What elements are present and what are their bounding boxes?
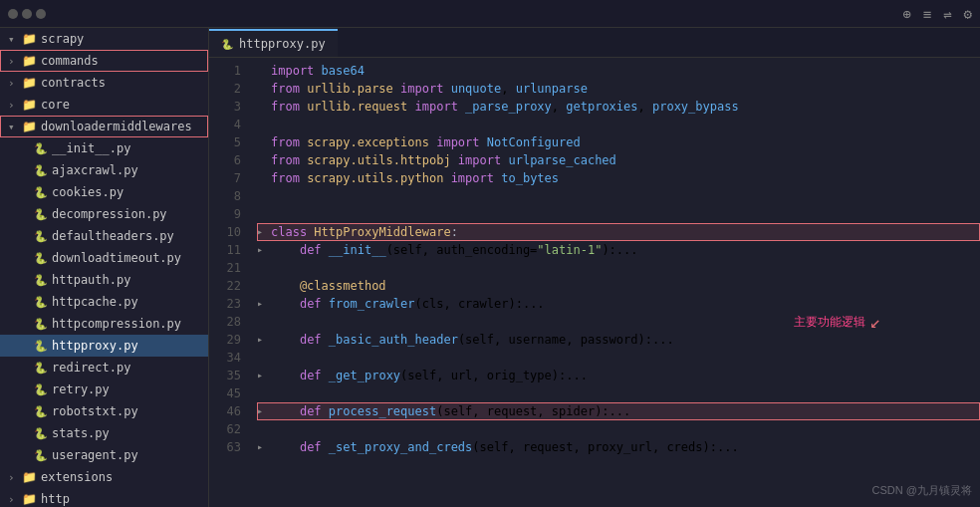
py-file-icon-httpproxy: 🐍 bbox=[34, 340, 48, 353]
sidebar-item-core[interactable]: ›📁core bbox=[0, 94, 208, 116]
code-line-34 bbox=[257, 349, 980, 367]
code-editor: 12345678910112122232829343545466263 主要功能… bbox=[209, 58, 980, 507]
window-btn-3[interactable] bbox=[36, 9, 46, 19]
fold-arrow-35[interactable]: ▸ bbox=[257, 367, 271, 384]
code-text-21 bbox=[271, 259, 278, 277]
sidebar-item-httpcache[interactable]: 🐍httpcache.py bbox=[0, 291, 208, 313]
code-text-29: def _basic_auth_header(self, username, p… bbox=[271, 331, 674, 349]
fold-arrow-46[interactable]: ▸ bbox=[257, 402, 271, 420]
sidebar-item-redirect[interactable]: 🐍redirect.py bbox=[0, 357, 208, 379]
code-text-8 bbox=[271, 187, 278, 205]
py-file-icon-useragent: 🐍 bbox=[34, 449, 48, 462]
main-layout: ▾📁scrapy›📁commands›📁contracts›📁core▾📁dow… bbox=[0, 28, 980, 507]
file-tree: ▾📁scrapy›📁commands›📁contracts›📁core▾📁dow… bbox=[0, 28, 209, 507]
sidebar-item-decompression[interactable]: 🐍decompression.py bbox=[0, 203, 208, 225]
py-file-icon-httpcache: 🐍 bbox=[34, 296, 48, 309]
sidebar-item-downloadtimeout[interactable]: 🐍downloadtimeout.py bbox=[0, 247, 208, 269]
code-line-5: from scrapy.exceptions import NotConfigu… bbox=[257, 133, 980, 151]
code-line-10: ▸class HttpProxyMiddleware: bbox=[257, 223, 980, 241]
tree-label-retry: retry.py bbox=[52, 382, 110, 396]
tree-label-robotstxt: robotstxt.py bbox=[52, 404, 138, 418]
code-line-29: ▸ def _basic_auth_header(self, username,… bbox=[257, 331, 980, 349]
active-tab[interactable]: 🐍 httpproxy.py bbox=[209, 29, 338, 57]
split-icon[interactable]: ⇌ bbox=[943, 6, 951, 22]
code-text-7: from scrapy.utils.python import to_bytes bbox=[271, 169, 559, 187]
sidebar-item-httpproxy[interactable]: 🐍httpproxy.py bbox=[0, 335, 208, 357]
sidebar-item-httpauth[interactable]: 🐍httpauth.py bbox=[0, 269, 208, 291]
sidebar-item-ajaxcrawl[interactable]: 🐍ajaxcrawl.py bbox=[0, 159, 208, 181]
sidebar-item-httpcompression[interactable]: 🐍httpcompression.py bbox=[0, 313, 208, 335]
tree-label-downloadermiddlewares: downloadermiddlewares bbox=[41, 120, 192, 133]
py-file-icon-defaultheaders: 🐍 bbox=[34, 230, 48, 243]
tree-arrow-scrapy: ▾ bbox=[8, 33, 18, 46]
sidebar-item-extensions[interactable]: ›📁extensions bbox=[0, 466, 208, 488]
code-line-23: ▸ def from_crawler(cls, crawler):... bbox=[257, 295, 980, 313]
sidebar-item-scrapy[interactable]: ▾📁scrapy bbox=[0, 28, 208, 50]
tree-arrow-commands: › bbox=[8, 55, 18, 68]
code-text-62 bbox=[271, 420, 278, 438]
fold-arrow-63[interactable]: ▸ bbox=[257, 438, 271, 456]
sidebar-item-cookies[interactable]: 🐍cookies.py bbox=[0, 181, 208, 203]
fold-arrow-7 bbox=[257, 169, 271, 187]
code-content[interactable]: 主要功能逻辑 ↙ CSDN @九月镇灵将 import base64 from … bbox=[249, 58, 980, 507]
sidebar-item-robotstxt[interactable]: 🐍robotstxt.py bbox=[0, 400, 208, 422]
sidebar-item-defaultheaders[interactable]: 🐍defaultheaders.py bbox=[0, 225, 208, 247]
tree-label-http: http bbox=[41, 492, 70, 506]
fold-arrow-28 bbox=[257, 313, 271, 331]
editor-area: 🐍 httpproxy.py 1234567891011212223282934… bbox=[209, 28, 980, 507]
sidebar-item-contracts[interactable]: ›📁contracts bbox=[0, 72, 208, 94]
sidebar-item-downloadermiddlewares[interactable]: ▾📁downloadermiddlewares bbox=[0, 116, 208, 137]
sidebar-item-retry[interactable]: 🐍retry.py bbox=[0, 379, 208, 400]
sidebar-item-stats[interactable]: 🐍stats.py bbox=[0, 422, 208, 444]
code-line-9 bbox=[257, 205, 980, 223]
code-text-4 bbox=[271, 116, 278, 133]
code-text-28 bbox=[271, 313, 278, 331]
code-line-28 bbox=[257, 313, 980, 331]
settings-icon[interactable]: ⚙ bbox=[964, 6, 972, 22]
fold-arrow-22 bbox=[257, 277, 271, 295]
py-file-icon-__init__: 🐍 bbox=[34, 142, 48, 155]
code-text-23: def from_crawler(cls, crawler):... bbox=[271, 295, 545, 313]
tree-label-scrapy: scrapy bbox=[41, 32, 84, 46]
fold-arrow-23[interactable]: ▸ bbox=[257, 295, 271, 313]
tree-label-contracts: contracts bbox=[41, 76, 106, 90]
title-bar: ⊕ ≡ ⇌ ⚙ bbox=[0, 0, 980, 28]
window-btn-1[interactable] bbox=[8, 9, 18, 19]
folder-icon-downloadermiddlewares: 📁 bbox=[22, 120, 37, 133]
sidebar-item-useragent[interactable]: 🐍useragent.py bbox=[0, 444, 208, 466]
fold-arrow-11[interactable]: ▸ bbox=[257, 241, 271, 259]
tab-filename: httpproxy.py bbox=[239, 37, 326, 51]
code-text-22: @classmethod bbox=[271, 277, 386, 295]
sidebar-item-commands[interactable]: ›📁commands bbox=[0, 50, 208, 72]
window-btn-2[interactable] bbox=[22, 9, 32, 19]
fold-arrow-29[interactable]: ▸ bbox=[257, 331, 271, 349]
fold-arrow-10[interactable]: ▸ bbox=[257, 223, 271, 241]
fold-arrow-21 bbox=[257, 259, 271, 277]
folder-icon-http: 📁 bbox=[22, 492, 37, 506]
menu-icon[interactable]: ≡ bbox=[923, 6, 931, 22]
fold-arrow-4 bbox=[257, 116, 271, 133]
code-line-21 bbox=[257, 259, 980, 277]
tree-arrow-downloadermiddlewares: ▾ bbox=[8, 121, 18, 133]
sidebar-item-http[interactable]: ›📁http bbox=[0, 488, 208, 507]
code-line-22: @classmethod bbox=[257, 277, 980, 295]
fold-arrow-62 bbox=[257, 420, 271, 438]
code-text-10: class HttpProxyMiddleware: bbox=[271, 223, 458, 241]
tab-bar: 🐍 httpproxy.py bbox=[209, 28, 980, 58]
add-icon[interactable]: ⊕ bbox=[902, 6, 910, 22]
tree-arrow-http: › bbox=[8, 493, 18, 506]
sidebar-item-__init__[interactable]: 🐍__init__.py bbox=[0, 137, 208, 159]
tree-label-redirect: redirect.py bbox=[52, 361, 130, 375]
py-file-icon-httpcompression: 🐍 bbox=[34, 318, 48, 331]
py-file-icon-httpauth: 🐍 bbox=[34, 274, 48, 287]
py-file-icon-retry: 🐍 bbox=[34, 383, 48, 396]
fold-arrow-3 bbox=[257, 98, 271, 116]
code-text-11: def __init__(self, auth_encoding="latin-… bbox=[271, 241, 638, 259]
tree-label-core: core bbox=[41, 98, 70, 112]
py-file-icon-downloadtimeout: 🐍 bbox=[34, 252, 48, 265]
tree-arrow-core: › bbox=[8, 99, 18, 112]
code-text-2: from urllib.parse import unquote, urlunp… bbox=[271, 80, 588, 98]
code-line-1: import base64 bbox=[257, 62, 980, 80]
tree-label-stats: stats.py bbox=[52, 426, 110, 440]
code-line-35: ▸ def _get_proxy(self, url, orig_type):.… bbox=[257, 367, 980, 384]
